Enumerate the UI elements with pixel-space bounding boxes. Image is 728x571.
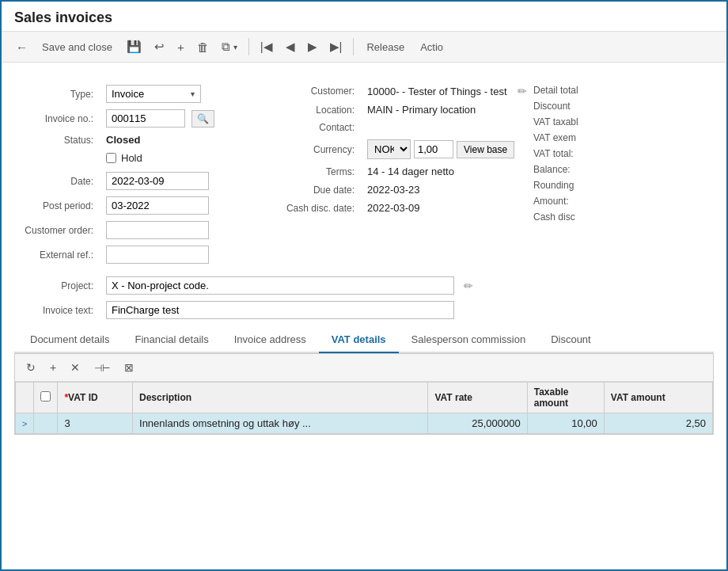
actions-button[interactable]: Actio xyxy=(414,38,449,56)
tab-document[interactable]: Document details xyxy=(17,327,122,353)
external-ref-input[interactable] xyxy=(106,246,209,264)
type-label: Type: xyxy=(21,89,100,100)
rounding-label: Rounding xyxy=(533,180,574,191)
cell-vat-rate: 25,000000 xyxy=(428,413,527,434)
vat-exempt-row: VAT exem xyxy=(533,132,707,143)
refresh-button[interactable]: ↻ xyxy=(21,359,40,376)
type-row: Type: Invoice xyxy=(21,85,274,103)
invoice-text-label: Invoice text: xyxy=(21,305,100,316)
project-input[interactable] xyxy=(106,276,454,295)
last-icon: ▶| xyxy=(330,40,343,54)
prev-record-button[interactable]: ◀ xyxy=(281,36,300,57)
balance-row: Balance: xyxy=(533,164,707,175)
last-record-button[interactable]: ▶| xyxy=(325,36,347,57)
status-label: Status: xyxy=(21,135,100,146)
form-right-col: Detail total Discount VAT taxabl VAT exe… xyxy=(527,85,707,270)
save-icon-button[interactable]: 💾 xyxy=(122,36,146,57)
invoice-text-row: Invoice text: xyxy=(21,301,707,319)
amount-label: Amount: xyxy=(533,196,569,207)
cell-taxable-amount: 10,00 xyxy=(527,413,604,434)
cash-disc-date-value: 2022-03-09 xyxy=(367,202,527,214)
invoice-no-search-button[interactable]: 🔍 xyxy=(191,110,214,128)
contact-row: Contact: xyxy=(274,122,527,133)
tab-vat[interactable]: VAT details xyxy=(319,327,399,353)
back-button[interactable]: ← xyxy=(11,37,32,57)
col-vat-amount-header: VAT amount xyxy=(604,383,712,413)
table-add-button[interactable]: + xyxy=(45,359,61,376)
project-edit-icon[interactable]: ✏ xyxy=(464,280,473,292)
toolbar: ← Save and close 💾 ↩ + 🗑 ⧉ ▾ |◀ ◀ ▶ ▶| R… xyxy=(2,32,726,63)
type-select[interactable]: Invoice xyxy=(106,85,201,103)
external-ref-label: External ref.: xyxy=(21,249,100,261)
copy-button[interactable]: ⧉ ▾ xyxy=(217,36,242,57)
form-mid-col: Customer: 10000- - Tester of Things - te… xyxy=(274,85,527,270)
hold-checkbox[interactable] xyxy=(106,153,116,163)
vat-taxable-row: VAT taxabl xyxy=(533,116,707,128)
hold-row: Hold xyxy=(106,152,274,164)
cell-description: Innenlands omsetning og uttak høy ... xyxy=(133,413,428,434)
vat-exempt-label: VAT exem xyxy=(533,132,576,143)
view-base-button[interactable]: View base xyxy=(457,141,514,158)
type-select-wrapper: Invoice xyxy=(106,85,201,103)
vat-total-label: VAT total: xyxy=(533,148,574,159)
save-icon: 💾 xyxy=(127,40,142,54)
table-row[interactable]: > 3 Innenlands omsetning og uttak høy ..… xyxy=(16,413,713,434)
discount-row: Discount xyxy=(533,101,707,112)
prev-icon: ◀ xyxy=(286,40,295,54)
required-star: * xyxy=(64,392,68,403)
currency-rate-input[interactable] xyxy=(414,140,453,158)
select-all-checkbox[interactable] xyxy=(40,391,51,402)
amount-row: Amount: xyxy=(533,196,707,207)
terms-value: 14 - 14 dager netto xyxy=(367,166,527,177)
tab-financial[interactable]: Financial details xyxy=(122,327,221,353)
customer-order-label: Customer order: xyxy=(21,225,100,236)
next-icon: ▶ xyxy=(308,40,317,54)
due-date-label: Due date: xyxy=(274,185,361,196)
col-checkbox-header xyxy=(34,383,58,413)
terms-label: Terms: xyxy=(274,166,361,177)
project-row: Project: ✏ xyxy=(21,276,707,295)
currency-controls: NOK View base xyxy=(367,139,514,159)
next-record-button[interactable]: ▶ xyxy=(303,36,322,57)
fit-columns-button[interactable]: ⊣⊢ xyxy=(89,359,115,376)
col-vat-rate-header: VAT rate xyxy=(428,383,527,413)
tab-discount[interactable]: Discount xyxy=(538,327,604,353)
tab-address[interactable]: Invoice address xyxy=(222,327,319,353)
invoice-no-input[interactable] xyxy=(106,109,185,128)
date-row: Date: xyxy=(21,172,274,190)
date-label: Date: xyxy=(21,176,100,187)
separator-2 xyxy=(353,38,354,55)
cell-vat-amount: 2,50 xyxy=(604,413,712,434)
release-button[interactable]: Release xyxy=(360,38,411,56)
main-content: Type: Invoice Invoice no.: 🔍 Status: xyxy=(2,63,726,569)
detail-total-row: Detail total xyxy=(533,85,707,96)
form-left-col: Type: Invoice Invoice no.: 🔍 Status: xyxy=(21,85,274,270)
add-icon: + xyxy=(50,361,56,374)
sales-invoices-window: Sales invoices ← Save and close 💾 ↩ + 🗑 … xyxy=(0,0,728,571)
post-period-input[interactable] xyxy=(106,196,209,215)
cell-vat-id: 3 xyxy=(58,413,133,434)
invoice-no-label: Invoice no.: xyxy=(21,113,100,124)
customer-edit-icon[interactable]: ✏ xyxy=(518,85,527,97)
col-description-header: Description xyxy=(133,383,428,413)
hold-label: Hold xyxy=(121,152,142,164)
first-record-button[interactable]: |◀ xyxy=(256,36,278,57)
table-toolbar: ↻ + ✕ ⊣⊢ ⊠ xyxy=(15,354,713,382)
invoice-text-input[interactable] xyxy=(106,301,454,319)
tab-salesperson[interactable]: Salesperson commission xyxy=(399,327,539,353)
customer-order-input[interactable] xyxy=(106,221,209,239)
location-row: Location: MAIN - Primary location xyxy=(274,104,527,116)
date-input[interactable] xyxy=(106,172,209,190)
delete-button[interactable]: 🗑 xyxy=(192,37,214,57)
add-button[interactable]: + xyxy=(173,37,189,57)
vat-table: *VAT ID Description VAT rate Taxableamou… xyxy=(15,382,713,434)
currency-select[interactable]: NOK xyxy=(367,139,411,159)
status-row: Status: Closed xyxy=(21,134,274,146)
fit-cols-icon: ⊣⊢ xyxy=(94,363,110,374)
detail-total-label: Detail total xyxy=(533,85,578,96)
clear-button[interactable]: ⊠ xyxy=(119,359,138,376)
save-close-button[interactable]: Save and close xyxy=(36,38,119,56)
table-remove-button[interactable]: ✕ xyxy=(66,359,85,376)
undo-button[interactable]: ↩ xyxy=(150,36,169,57)
col-arrow-header xyxy=(16,383,34,413)
